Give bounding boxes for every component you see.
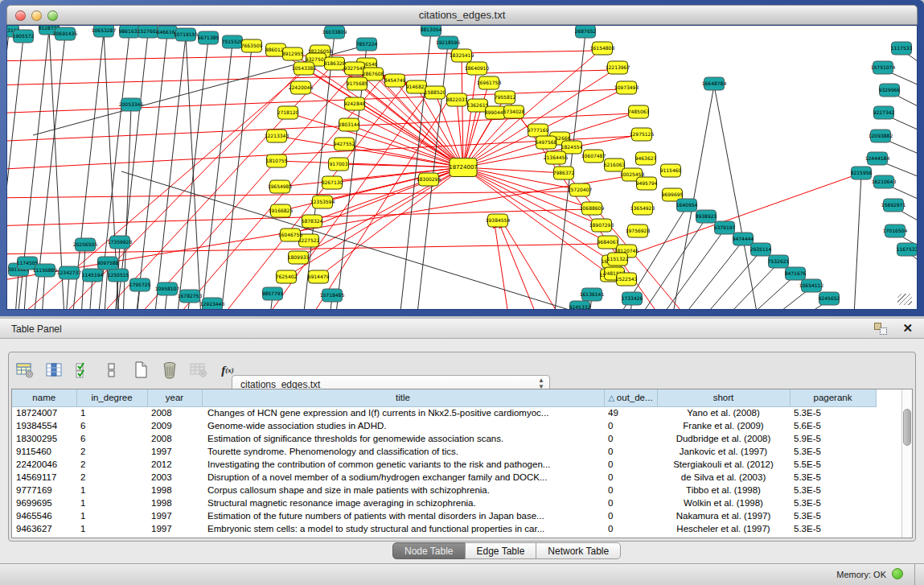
graph-node[interactable]: 10607487: [581, 150, 606, 163]
graph-node[interactable]: 9474444: [733, 233, 754, 245]
cell-year[interactable]: 1997: [147, 509, 202, 522]
memory-status-icon[interactable]: [892, 568, 903, 579]
cell-pagerank[interactable]: 5.3E-5: [790, 445, 876, 458]
graph-node[interactable]: 1151322: [607, 253, 629, 266]
cell-out_degree[interactable]: 0: [604, 419, 657, 432]
table-row[interactable]: 946554611997Estimation of the future num…: [12, 509, 876, 522]
cell-out_degree[interactable]: 0: [604, 484, 657, 496]
column-header-out_degree[interactable]: △ out_de...: [604, 389, 657, 406]
graph-node[interactable]: 10543382: [292, 62, 317, 75]
cell-pagerank[interactable]: 5.3E-5: [790, 406, 876, 419]
cell-name[interactable]: 9465546: [12, 509, 76, 522]
graph-node[interactable]: 1809937: [288, 251, 310, 264]
cell-year[interactable]: 1998: [147, 496, 202, 509]
close-panel-icon[interactable]: ✕: [902, 321, 913, 336]
window-resize-grip[interactable]: [897, 294, 912, 305]
cell-pagerank[interactable]: 5.6E-5: [790, 419, 876, 432]
graph-node[interactable]: 10688609: [580, 202, 605, 215]
graph-node[interactable]: 20206505: [73, 238, 98, 251]
graph-node[interactable]: 9463627: [635, 152, 657, 165]
cell-out_degree[interactable]: 0: [604, 496, 657, 509]
cell-out_degree[interactable]: 0: [604, 522, 657, 535]
graph-node[interactable]: 16210643: [872, 175, 897, 188]
float-panel-icon[interactable]: [874, 323, 887, 335]
graph-node[interactable]: 1167533: [897, 243, 917, 256]
graph-node[interactable]: 9684067: [598, 236, 619, 249]
cell-pagerank[interactable]: 5.3E-5: [790, 496, 876, 509]
graph-node[interactable]: 15751074: [871, 61, 896, 74]
window-title-bar[interactable]: citations_edges.txt: [6, 5, 918, 25]
cell-year[interactable]: 2009: [147, 419, 202, 432]
graph-node[interactable]: 19384554: [486, 214, 511, 227]
graph-node[interactable]: 20691436: [53, 27, 78, 40]
graph-node[interactable]: 10719155: [174, 28, 199, 41]
cell-title[interactable]: Estimation of the future numbers of pati…: [202, 509, 604, 522]
graph-node[interactable]: 12213967: [606, 61, 630, 74]
graph-node[interactable]: 12923448: [200, 298, 225, 309]
cell-in_degree[interactable]: 2: [76, 458, 147, 471]
column-header-pagerank[interactable]: pagerank: [790, 389, 876, 406]
graph-node[interactable]: 18724007: [449, 159, 478, 177]
graph-node[interactable]: 12444184: [865, 152, 890, 165]
table-row[interactable]: 1872400712008Changes of HCN gene express…: [12, 406, 876, 419]
graph-node[interactable]: 8454749: [384, 74, 406, 87]
cell-year[interactable]: 2008: [147, 432, 202, 445]
table-row[interactable]: 1938455462009Genome-wide association stu…: [12, 419, 876, 432]
cell-out_degree[interactable]: 0: [604, 432, 657, 445]
graph-node[interactable]: 18907293: [589, 219, 614, 232]
cell-in_degree[interactable]: 1: [76, 406, 147, 419]
cell-out_degree[interactable]: 49: [604, 406, 657, 419]
graph-node[interactable]: 9857791: [262, 287, 284, 300]
column-header-year[interactable]: year: [147, 389, 202, 406]
graph-node[interactable]: 8471676: [785, 267, 807, 280]
cell-name[interactable]: 22420046: [12, 458, 76, 471]
cell-year[interactable]: 2003: [147, 471, 202, 484]
cell-pagerank[interactable]: 5.9E-5: [790, 432, 876, 445]
graph-node[interactable]: 7485063: [628, 105, 650, 118]
graph-node[interactable]: 19756928: [626, 225, 651, 237]
graph-node[interactable]: 6914479: [308, 270, 330, 283]
graph-node[interactable]: 8267130: [322, 176, 343, 189]
cell-name[interactable]: 14569117: [12, 471, 76, 484]
graph-node[interactable]: 16033809: [322, 26, 347, 39]
graph-node[interactable]: 22420046: [289, 81, 314, 94]
graph-node[interactable]: 2718120: [277, 106, 299, 119]
network-view-window[interactable]: citations_edges.txt 89031591905572812873…: [0, 0, 924, 316]
graph-node[interactable]: 7857224: [356, 38, 378, 51]
tab-node-table[interactable]: Node Table: [392, 542, 466, 559]
graph-node[interactable]: 8938923: [696, 210, 717, 223]
graph-node[interactable]: 11156889: [33, 264, 58, 277]
table-row[interactable]: 1830029562008Estimation of significance …: [12, 432, 876, 445]
graph-node[interactable]: 9245652: [819, 292, 840, 305]
graph-node[interactable]: 7625402: [276, 270, 298, 283]
cell-in_degree[interactable]: 1: [76, 496, 147, 509]
cell-short[interactable]: Stergiakouli et al. (2012): [657, 458, 790, 471]
graph-node[interactable]: 2935114: [750, 243, 772, 256]
graph-node[interactable]: 8912955: [282, 47, 304, 60]
column-header-in_degree[interactable]: in_degree: [76, 389, 147, 406]
cell-title[interactable]: Investigating the contribution of common…: [202, 458, 604, 471]
graph-node[interactable]: 16648784: [702, 77, 727, 90]
graph-node[interactable]: 2687652: [575, 26, 597, 38]
cell-in_degree[interactable]: 1: [76, 509, 147, 522]
cell-short[interactable]: Tibbo et al. (1998): [657, 484, 790, 496]
graph-node[interactable]: 15892971: [881, 199, 906, 212]
cell-in_degree[interactable]: 1: [76, 484, 147, 496]
table-row[interactable]: 2242004622012Investigating the contribut…: [12, 458, 876, 471]
scrollbar-thumb[interactable]: [903, 409, 911, 446]
graph-node[interactable]: 6216063: [604, 159, 626, 171]
graph-node[interactable]: 19654985: [268, 180, 293, 193]
graph-node[interactable]: 19218596: [436, 36, 461, 49]
delete-table-icon[interactable]: [189, 360, 208, 380]
new-column-icon[interactable]: [131, 360, 150, 380]
table-row[interactable]: 1456911722003Disruption of a novel membe…: [12, 471, 876, 484]
cell-in_degree[interactable]: 1: [76, 522, 147, 535]
cell-title[interactable]: Embryonic stem cells: a model to study s…: [202, 522, 604, 535]
graph-node[interactable]: 9097588: [97, 257, 119, 270]
cell-in_degree[interactable]: 2: [76, 471, 147, 484]
graph-node[interactable]: 7532621: [768, 255, 790, 268]
cell-in_degree[interactable]: 6: [76, 419, 147, 432]
graph-node[interactable]: 9227342: [873, 106, 895, 119]
graph-node[interactable]: 9242848: [344, 97, 366, 110]
graph-node[interactable]: 15720407: [568, 183, 593, 196]
